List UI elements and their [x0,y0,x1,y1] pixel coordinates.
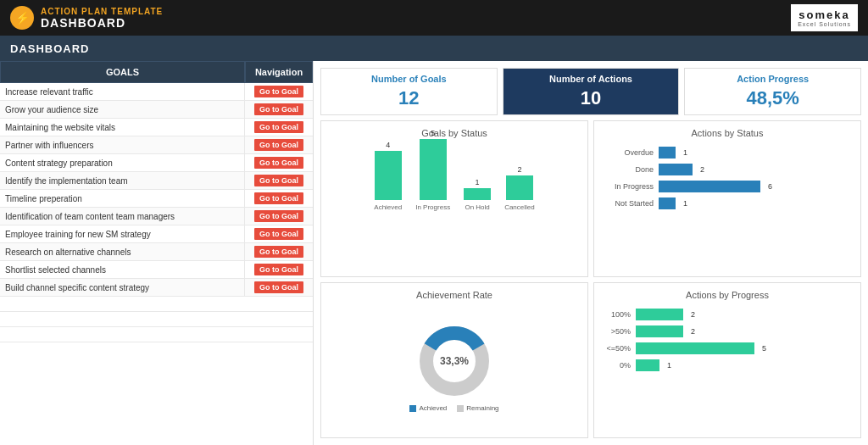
legend-achieved: Achieved [409,404,447,412]
goto-goal-button[interactable]: Go to Goal [254,139,303,151]
donut-label: 33,3% [440,355,469,367]
progress-hbar-chart: 100% 2 >50% 2 <=50% 5 0% 1 [601,305,854,375]
progress-hbar-label: <=50% [601,344,631,353]
goal-name: Maintaining the website vitals [0,119,245,136]
hbar-label: Done [601,165,654,174]
bar-value-label: 4 [386,141,390,149]
goal-nav-cell: Go to Goal [245,243,313,260]
goto-goal-button[interactable]: Go to Goal [254,246,303,258]
legend-achieved-dot [409,405,416,412]
goto-goal-button[interactable]: Go to Goal [254,264,303,275]
right-panel: Number of Goals 12 Number of Actions 10 … [314,61,868,445]
donut-container: 33,3% Achieved Remaining [328,305,581,431]
nav-column-header: Navigation [245,61,313,83]
goal-name: Timeline preperation [0,190,245,207]
hbar-label: In Progress [601,182,654,191]
goal-name: Research on alternative channels [0,243,245,260]
actions-by-progress-title: Actions by Progress [601,290,854,300]
goals-stat-label: Number of Goals [325,74,493,84]
bar-group: 1 On Hold [464,178,491,211]
bar-category-label: On Hold [465,203,489,211]
bar [420,139,447,200]
table-row: Build channel specific content strategy … [0,279,313,297]
goal-name: Grow your audience size [0,101,245,118]
achievement-rate-title: Achievement Rate [328,290,581,300]
goal-nav-cell: Go to Goal [245,172,313,189]
goto-goal-button[interactable]: Go to Goal [254,210,303,222]
goal-nav-cell: Go to Goal [245,101,313,118]
hbar-value: 6 [768,182,772,191]
table-row: Maintaining the website vitals Go to Goa… [0,119,313,136]
template-label: ACTION PLAN TEMPLATE [41,7,163,16]
hbar-label: Overdue [601,148,654,157]
goal-nav-cell: Go to Goal [245,225,313,242]
bar-value-label: 1 [476,178,480,186]
table-row: Grow your audience size Go to Goal [0,101,313,119]
goto-goal-button[interactable]: Go to Goal [254,157,303,169]
table-row: Shortlist selected channels Go to Goal [0,261,313,279]
goals-table-header: GOALS Navigation [0,61,313,83]
empty-row-2 [0,312,313,327]
progress-hbar-row: >50% 2 [601,325,854,337]
hbar-bar [659,164,693,175]
goals-stat-value: 12 [325,87,493,109]
goals-by-status-title: Goals by Status [328,128,581,138]
goals-bar-chart: 4 Achieved 5 In Progress 1 On Hold 2 Can… [328,143,581,211]
goal-name: Build channel specific content strategy [0,279,245,296]
bar-category-label: Achieved [374,203,402,211]
progress-hbar-value: 2 [691,327,695,336]
bar-category-label: In Progress [415,203,450,211]
goto-goal-button[interactable]: Go to Goal [254,281,303,293]
hbar-value: 2 [700,165,704,174]
charts-row-1: Goals by Status 4 Achieved 5 In Progress… [320,120,861,277]
subheader: DASHBOARD [0,36,868,61]
goto-goal-button[interactable]: Go to Goal [254,192,303,204]
progress-stat-card: Action Progress 48,5% [684,68,861,115]
goal-name: Increase relevant traffic [0,83,245,100]
table-row: Timeline preperation Go to Goal [0,190,313,208]
goal-name: Identify the implementation team [0,172,245,189]
actions-by-status-chart: Actions by Status Overdue 1 Done 2 In Pr… [593,120,861,277]
goto-goal-button[interactable]: Go to Goal [254,86,303,97]
goto-goal-button[interactable]: Go to Goal [254,103,303,115]
goal-nav-cell: Go to Goal [245,119,313,136]
actions-hbar-chart: Overdue 1 Done 2 In Progress 6 Not Start… [601,143,854,213]
hbar-row: Overdue 1 [601,147,854,159]
actions-by-progress-chart: Actions by Progress 100% 2 >50% 2 <=50% … [593,282,861,439]
goals-stat-card: Number of Goals 12 [320,68,498,115]
table-row: Employee training for new SM strategy Go… [0,225,313,243]
donut-wrapper: 33,3% [416,323,492,399]
hbar-row: Done 2 [601,164,854,175]
goals-by-status-chart: Goals by Status 4 Achieved 5 In Progress… [320,120,588,277]
legend-achieved-label: Achieved [419,404,447,412]
header-left: ⚡ ACTION PLAN TEMPLATE DASHBOARD [10,6,163,30]
legend-remaining-dot [457,405,464,412]
hbar-bar [659,197,676,209]
header: ⚡ ACTION PLAN TEMPLATE DASHBOARD someka … [0,0,868,36]
goal-name: Partner with influencers [0,136,245,153]
bar-value-label: 5 [431,129,435,137]
bar-group: 5 In Progress [415,129,450,211]
goal-nav-cell: Go to Goal [245,154,313,171]
app-icon: ⚡ [10,6,34,30]
bar-group: 2 Cancelled [504,165,535,211]
bar [506,175,533,200]
progress-hbar-label: >50% [601,327,631,336]
stats-row: Number of Goals 12 Number of Actions 10 … [320,68,861,115]
table-row: Identify the implementation team Go to G… [0,172,313,190]
goto-goal-button[interactable]: Go to Goal [254,121,303,133]
goal-nav-cell: Go to Goal [245,261,313,278]
hbar-value: 1 [683,148,687,157]
bar-category-label: Cancelled [504,203,535,211]
hbar-value: 1 [683,199,687,208]
hbar-bar [659,147,676,159]
progress-hbar-value: 2 [691,310,695,319]
goal-nav-cell: Go to Goal [245,136,313,153]
bar [375,151,402,200]
actions-stat-card: Number of Actions 10 [503,68,680,115]
table-row: Partner with influencers Go to Goal [0,136,313,154]
goal-name: Content strategy preparation [0,154,245,171]
bar-group: 4 Achieved [374,141,402,211]
goto-goal-button[interactable]: Go to Goal [254,175,303,186]
goto-goal-button[interactable]: Go to Goal [254,228,303,240]
